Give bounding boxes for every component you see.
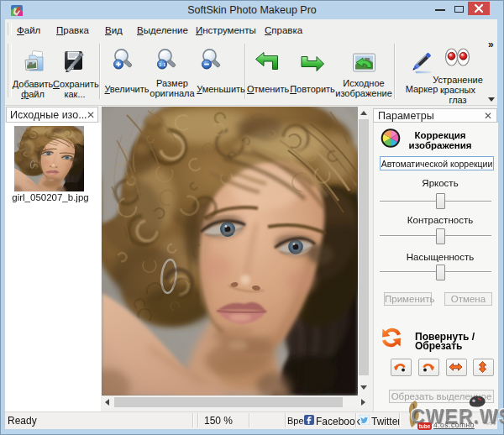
svg-text:1:1: 1:1	[159, 62, 165, 67]
